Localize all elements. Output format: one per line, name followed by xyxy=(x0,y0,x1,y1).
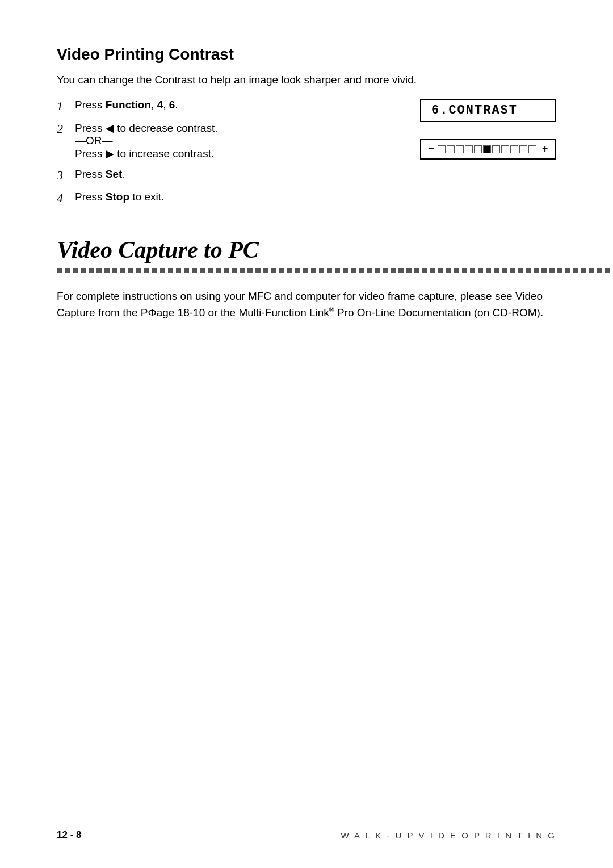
dot-6 xyxy=(96,268,102,273)
dot-67 xyxy=(581,268,586,273)
or-line: —OR— xyxy=(75,135,113,146)
dot-28 xyxy=(271,268,276,273)
dot-53 xyxy=(470,268,475,273)
dot-59 xyxy=(518,268,523,273)
dot-40 xyxy=(367,268,372,273)
contrast-cell-empty-8 xyxy=(510,145,518,153)
dot-52 xyxy=(462,268,467,273)
dot-69 xyxy=(597,268,602,273)
dot-63 xyxy=(549,268,555,273)
step-4-content: Press Stop to exit. xyxy=(75,191,397,203)
dot-32 xyxy=(303,268,308,273)
contrast-cell-empty-2 xyxy=(447,145,455,153)
dot-1 xyxy=(57,268,62,273)
dot-66 xyxy=(573,268,578,273)
dot-58 xyxy=(510,268,515,273)
section2: Video Capture to PC xyxy=(57,236,556,321)
dot-41 xyxy=(375,268,380,273)
dot-62 xyxy=(541,268,547,273)
step-4-number: 4 xyxy=(57,191,75,206)
step-3-content: Press Set. xyxy=(75,168,397,181)
dot-8 xyxy=(112,268,117,273)
section1: Video Printing Contrast You can change t… xyxy=(57,45,556,213)
dot-42 xyxy=(383,268,388,273)
dot-61 xyxy=(534,268,539,273)
step-1-content: Press Function, 4, 6. xyxy=(75,99,397,111)
footer-spacer xyxy=(81,830,341,840)
dot-15 xyxy=(168,268,173,273)
dot-37 xyxy=(343,268,348,273)
dot-31 xyxy=(295,268,300,273)
contrast-bar-plus: + xyxy=(542,144,548,155)
step-3: 3 Press Set. xyxy=(57,168,397,183)
steps-column: 1 Press Function, 4, 6. 2 Press ◀ to dec… xyxy=(57,99,397,213)
dot-36 xyxy=(335,268,340,273)
arrow-left-icon: ◀ xyxy=(106,122,114,134)
dot-44 xyxy=(398,268,404,273)
dot-10 xyxy=(128,268,133,273)
dot-35 xyxy=(327,268,332,273)
dot-12 xyxy=(144,268,149,273)
contrast-cell-empty-9 xyxy=(519,145,527,153)
footer-page-number: 12 - 8 xyxy=(57,829,81,841)
dot-50 xyxy=(446,268,451,273)
contrast-bar-minus: − xyxy=(428,144,434,155)
dot-51 xyxy=(454,268,459,273)
contrast-cell-empty-3 xyxy=(456,145,464,153)
step-4: 4 Press Stop to exit. xyxy=(57,191,397,206)
dot-21 xyxy=(216,268,221,273)
dot-11 xyxy=(136,268,141,273)
contrast-cell-empty-10 xyxy=(528,145,536,153)
footer-chapter-title: W A L K - U P V I D E O P R I N T I N G xyxy=(341,831,556,840)
dot-19 xyxy=(200,268,205,273)
contrast-cell-empty-5 xyxy=(474,145,482,153)
dot-5 xyxy=(89,268,94,273)
dot-45 xyxy=(406,268,412,273)
dot-3 xyxy=(73,268,78,273)
dot-34 xyxy=(319,268,324,273)
step-2: 2 Press ◀ to decrease contrast. —OR— Pre… xyxy=(57,121,397,160)
step-1-number: 1 xyxy=(57,99,75,114)
dot-2 xyxy=(65,268,70,273)
section2-body: For complete instructions on using your … xyxy=(57,288,545,321)
page-content: Video Printing Contrast You can change t… xyxy=(0,0,613,367)
dot-23 xyxy=(232,268,237,273)
dotted-separator xyxy=(57,268,556,273)
dot-49 xyxy=(438,268,443,273)
lcd-display: 6.CONTRAST xyxy=(420,99,556,122)
dot-33 xyxy=(311,268,316,273)
dot-39 xyxy=(359,268,364,273)
step-1: 1 Press Function, 4, 6. xyxy=(57,99,397,114)
contrast-cell-filled-1 xyxy=(483,145,491,153)
dot-29 xyxy=(279,268,284,273)
dot-68 xyxy=(589,268,594,273)
dot-26 xyxy=(255,268,261,273)
dot-30 xyxy=(287,268,292,273)
dot-43 xyxy=(391,268,396,273)
section2-title: Video Capture to PC xyxy=(57,236,556,263)
step-3-number: 3 xyxy=(57,168,75,183)
dot-65 xyxy=(565,268,570,273)
dot-64 xyxy=(557,268,562,273)
section1-intro: You can change the Contrast to help an i… xyxy=(57,74,556,86)
contrast-cell-empty-1 xyxy=(438,145,446,153)
dot-17 xyxy=(184,268,189,273)
dot-57 xyxy=(502,268,507,273)
dot-54 xyxy=(478,268,483,273)
contrast-bar: − + xyxy=(420,139,556,160)
dot-row xyxy=(57,268,613,273)
dot-46 xyxy=(414,268,419,273)
step-2-content: Press ◀ to decrease contrast. —OR— Press… xyxy=(75,121,397,160)
dot-70 xyxy=(605,268,610,273)
dot-56 xyxy=(494,268,499,273)
dot-48 xyxy=(430,268,435,273)
dot-60 xyxy=(526,268,531,273)
dot-4 xyxy=(81,268,86,273)
dot-38 xyxy=(351,268,356,273)
display-column: 6.CONTRAST − xyxy=(397,99,556,160)
contrast-cell-empty-6 xyxy=(492,145,500,153)
contrast-cell-empty-4 xyxy=(465,145,473,153)
dot-27 xyxy=(263,268,268,273)
dot-16 xyxy=(176,268,181,273)
contrast-bar-cells xyxy=(438,145,536,153)
